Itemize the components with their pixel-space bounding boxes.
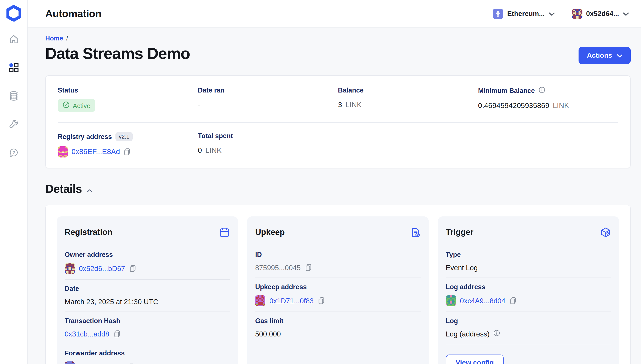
sidebar-item-home[interactable] xyxy=(8,34,19,46)
log-address-link[interactable]: 0xc4A9...8d04 xyxy=(460,297,505,305)
data-stack-icon xyxy=(9,91,19,103)
copy-icon[interactable] xyxy=(127,363,135,364)
sidebar-item-tools[interactable] xyxy=(8,120,19,131)
forwarder-address-label: Forwarder address xyxy=(65,349,230,357)
details-heading: Details xyxy=(45,182,82,196)
topbar: Automation Ethereum... 0x52d64... xyxy=(28,0,641,28)
home-icon xyxy=(9,34,19,46)
total-spent-amount: 0 xyxy=(198,146,202,155)
forwarder-address-link[interactable]: 0xc440...2c41 xyxy=(79,363,123,364)
chevron-down-icon xyxy=(549,10,555,18)
trigger-type-label: Type xyxy=(446,251,611,258)
breadcrumb: Home/ xyxy=(45,34,631,42)
sidebar-nav: ? xyxy=(8,34,19,159)
balance-amount: 3 xyxy=(338,101,342,109)
gas-limit-label: Gas limit xyxy=(255,317,421,325)
status-badge: Active xyxy=(58,99,95,112)
copy-icon[interactable] xyxy=(129,264,137,273)
view-config-row: View config xyxy=(446,345,611,364)
network-selector[interactable]: Ethereum... xyxy=(493,8,555,19)
help-icon: ? xyxy=(9,148,19,160)
forwarder-avatar xyxy=(65,362,75,364)
date-label: Date xyxy=(65,285,230,292)
svg-text:?: ? xyxy=(12,150,15,155)
network-label: Ethereum... xyxy=(507,10,545,18)
balance-value: 3 LINK xyxy=(338,99,478,111)
sidebar-item-help[interactable]: ? xyxy=(8,148,19,159)
collapse-details-button[interactable] xyxy=(86,186,93,194)
upkeep-panel: Upkeep ID 875995...0045 xyxy=(248,216,429,364)
main-content: Home/ Data Streams Demo Actions Status xyxy=(28,28,641,364)
summary-total-spent: Total spent 0 LINK xyxy=(198,132,338,158)
min-balance-label: Minimum Balance xyxy=(478,87,535,95)
transaction-hash-link[interactable]: 0x31cb...add8 xyxy=(65,330,109,338)
trigger-type-field: Type Event Log xyxy=(446,242,611,278)
summary-status: Status Active xyxy=(58,86,198,112)
wallet-label: 0x52d64... xyxy=(586,10,619,18)
breadcrumb-separator: / xyxy=(66,34,68,42)
log-address-label: Log address xyxy=(446,283,611,291)
chevron-up-icon xyxy=(87,187,92,194)
calendar-icon xyxy=(219,227,230,240)
date-ran-label: Date ran xyxy=(198,86,338,94)
breadcrumb-home-link[interactable]: Home xyxy=(45,34,63,42)
status-label: Status xyxy=(58,86,198,94)
copy-icon[interactable] xyxy=(509,296,517,305)
copy-icon[interactable] xyxy=(113,330,121,338)
log-field: Log Log (address) xyxy=(446,312,611,344)
sidebar: ? xyxy=(0,0,28,364)
wrench-icon xyxy=(9,119,19,131)
copy-icon[interactable] xyxy=(317,296,325,305)
gas-limit-field: Gas limit 500,000 xyxy=(255,312,421,344)
sidebar-item-data-streams[interactable] xyxy=(8,91,19,102)
min-balance-value: 0.4694594205935869 LINK xyxy=(478,100,618,112)
owner-avatar xyxy=(65,263,75,274)
summary-min-balance: Minimum Balance 0.4694594205935869 LINK xyxy=(478,86,618,112)
log-address-avatar xyxy=(446,295,456,306)
actions-button[interactable]: Actions xyxy=(579,47,631,64)
min-balance-unit: LINK xyxy=(553,102,569,110)
transaction-hash-field: Transaction Hash 0x31cb...add8 xyxy=(65,312,230,344)
app-title: Automation xyxy=(45,8,101,20)
copy-icon[interactable] xyxy=(305,263,312,272)
chevron-down-icon xyxy=(617,52,622,60)
upkeep-avatar xyxy=(255,295,266,306)
min-balance-amount: 0.4694594205935869 xyxy=(478,102,549,110)
total-spent-label: Total spent xyxy=(198,132,338,140)
balance-unit: LINK xyxy=(345,101,362,109)
upkeep-title: Upkeep xyxy=(255,228,285,237)
ethereum-icon xyxy=(493,8,503,19)
sidebar-item-automation[interactable] xyxy=(8,63,19,74)
chainlink-logo-icon[interactable] xyxy=(6,5,21,22)
upkeep-address-field: Upkeep address 0x1D71...0f83 xyxy=(255,278,421,312)
registry-label: Registry address xyxy=(58,133,112,140)
wallet-selector[interactable]: 0x52d64... xyxy=(572,8,629,19)
date-value: March 23, 2025 at 21:30 UTC xyxy=(65,297,230,306)
date-field: Date March 23, 2025 at 21:30 UTC xyxy=(65,279,230,312)
info-icon[interactable] xyxy=(538,86,545,95)
view-config-button[interactable]: View config xyxy=(446,354,504,364)
upkeep-address-label: Upkeep address xyxy=(255,283,421,291)
wallet-avatar xyxy=(572,8,582,19)
registry-avatar xyxy=(58,146,68,158)
registration-panel: Registration Owner address 0x52d6...bD67 xyxy=(57,216,238,364)
upkeep-id-label: ID xyxy=(255,251,421,258)
summary-card: Status Active Date ran xyxy=(45,75,631,168)
transaction-hash-label: Transaction Hash xyxy=(65,317,230,325)
actions-button-label: Actions xyxy=(587,52,612,60)
trigger-panel: Trigger Type Event Log Log address xyxy=(438,216,619,364)
registry-address-link[interactable]: 0x86EF...E8Ad xyxy=(72,148,120,156)
info-icon[interactable] xyxy=(494,330,500,338)
log-address-field: Log address 0xc4A9...8d04 xyxy=(446,278,611,312)
chevron-down-icon xyxy=(623,10,629,18)
total-spent-value: 0 LINK xyxy=(198,144,338,156)
registry-version-badge: v2.1 xyxy=(115,132,133,141)
trigger-type-value: Event Log xyxy=(446,263,611,272)
page-title: Data Streams Demo xyxy=(45,45,190,63)
balance-label: Balance xyxy=(338,86,478,94)
copy-icon[interactable] xyxy=(123,148,131,156)
upkeep-address-link[interactable]: 0x1D71...0f83 xyxy=(270,297,314,305)
forwarder-address-field: Forwarder address 0xc440...2c41 xyxy=(65,344,230,364)
date-ran-value: - xyxy=(198,99,338,111)
owner-address-link[interactable]: 0x52d6...bD67 xyxy=(79,264,125,272)
